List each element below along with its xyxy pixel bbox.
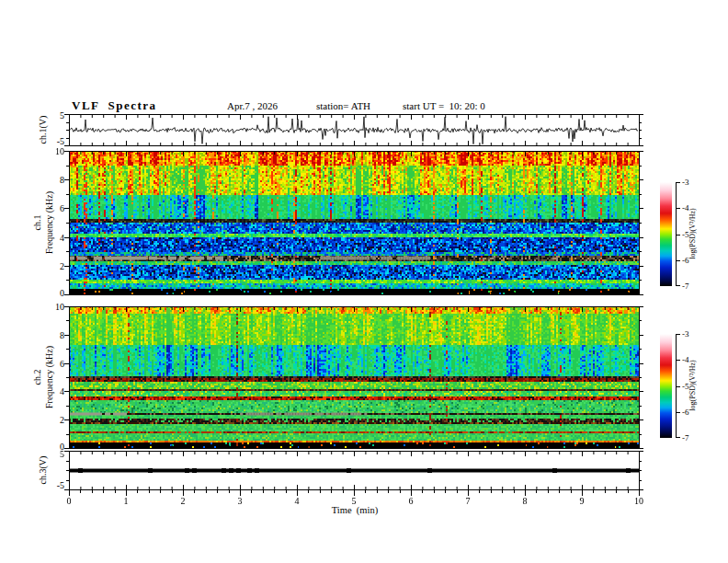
- x-tick-minor: [365, 490, 366, 493]
- voltage-tick-label: -5: [48, 480, 64, 490]
- colorbar-tick: [676, 208, 680, 209]
- y-tick: [639, 363, 643, 364]
- y-tick: [64, 335, 69, 336]
- y-tick-minor: [639, 138, 642, 139]
- ch1-waveform-canvas: [69, 114, 640, 146]
- y-tick-minor: [66, 166, 69, 167]
- x-tick-minor: [479, 490, 480, 493]
- y-tick-minor: [66, 130, 69, 131]
- y-tick: [64, 266, 69, 267]
- ch3-waveform-canvas: [69, 451, 640, 490]
- x-tick-minor: [217, 490, 218, 493]
- x-tick-minor: [502, 490, 503, 493]
- x-tick-minor: [571, 490, 572, 493]
- x-tick-label: 7: [456, 496, 480, 506]
- ch2-frequency-axis-label: Frequency (kHz): [44, 346, 54, 408]
- y-tick: [64, 363, 69, 364]
- page-title: VLF Spectra: [72, 98, 157, 113]
- y-tick: [639, 151, 643, 152]
- colorbar2-gradient: [660, 334, 672, 438]
- colorbar-tick: [676, 437, 680, 438]
- y-tick-minor: [66, 406, 69, 407]
- y-tick: [64, 448, 69, 449]
- ch1-voltage-axis-label: ch.1(V): [38, 116, 48, 144]
- colorbar-tick: [676, 360, 680, 361]
- x-tick-minor: [616, 490, 617, 493]
- y-tick-minor: [66, 122, 69, 123]
- colorbar-tick-label: -7: [682, 433, 689, 442]
- colorbar-tick-label: -7: [682, 282, 689, 291]
- x-tick-minor: [491, 490, 492, 493]
- freq-tick-label: 6: [48, 359, 64, 369]
- y-tick-minor: [639, 377, 642, 378]
- x-tick-minor: [536, 490, 537, 493]
- y-tick: [64, 237, 69, 238]
- x-tick-minor: [434, 490, 435, 493]
- y-tick-minor: [639, 434, 642, 435]
- colorbar-tick: [676, 334, 680, 335]
- x-tick-minor: [274, 490, 275, 493]
- y-tick: [639, 419, 643, 420]
- y-tick-minor: [639, 320, 642, 321]
- y-tick-minor: [66, 470, 69, 471]
- y-tick-minor: [66, 194, 69, 195]
- freq-tick-label: 2: [48, 415, 64, 425]
- y-tick: [64, 391, 69, 392]
- freq-tick-label: 8: [48, 330, 64, 340]
- colorbar1-gradient: [660, 182, 672, 286]
- colorbar-tick: [676, 235, 680, 236]
- x-tick-minor: [400, 490, 401, 493]
- x-tick-minor: [593, 490, 594, 493]
- colorbar-tick-label: -5: [682, 382, 689, 391]
- start-ut-label: start UT = 10: 20: 0: [403, 100, 485, 111]
- y-tick-minor: [639, 406, 642, 407]
- y-tick-minor: [66, 434, 69, 435]
- y-tick: [64, 306, 69, 307]
- x-tick-minor: [137, 490, 138, 493]
- y-tick-minor: [66, 320, 69, 321]
- y-tick: [639, 335, 643, 336]
- x-tick-label: 8: [513, 496, 537, 506]
- x-tick-minor: [149, 490, 150, 493]
- y-tick-minor: [66, 138, 69, 139]
- x-tick-minor: [251, 490, 252, 493]
- y-tick-minor: [66, 251, 69, 252]
- y-tick: [639, 451, 643, 452]
- colorbar-tick: [676, 285, 680, 286]
- x-tick-label: 1: [114, 496, 138, 506]
- x-tick-minor: [92, 490, 93, 493]
- y-tick-minor: [639, 480, 642, 481]
- freq-tick-label: 4: [48, 386, 64, 396]
- y-tick-minor: [639, 122, 642, 123]
- freq-tick-label: 4: [48, 233, 64, 243]
- y-tick-minor: [66, 280, 69, 281]
- x-tick-label: 10: [627, 496, 651, 506]
- y-tick-minor: [639, 470, 642, 471]
- x-tick-minor: [286, 490, 287, 493]
- x-tick-minor: [343, 490, 344, 493]
- x-tick-label: 6: [399, 496, 423, 506]
- x-tick-minor: [445, 490, 446, 493]
- x-tick-minor: [172, 490, 173, 493]
- y-tick: [64, 145, 69, 146]
- x-tick-label: 9: [570, 496, 594, 506]
- y-tick-minor: [66, 461, 69, 462]
- x-tick-label: 5: [342, 496, 366, 506]
- y-tick-minor: [639, 280, 642, 281]
- freq-tick-label: 0: [48, 288, 64, 298]
- y-tick: [639, 237, 643, 238]
- freq-tick-label: 10: [48, 146, 64, 156]
- colorbar-tick-label: -4: [682, 203, 689, 213]
- x-tick-minor: [559, 490, 560, 493]
- ch2-spectrogram-canvas: [69, 306, 640, 449]
- colorbar-tick-label: -5: [682, 230, 689, 239]
- date-label: Apr.7 , 2026: [227, 100, 278, 111]
- freq-tick-label: 6: [48, 203, 64, 213]
- y-tick: [64, 151, 69, 152]
- colorbar-tick-label: -4: [682, 355, 689, 364]
- colorbar-tick-label: -6: [682, 408, 689, 417]
- voltage-tick-label: -5: [48, 136, 64, 146]
- freq-tick-label: 2: [48, 261, 64, 271]
- ch1-frequency-axis-label: Frequency (kHz): [44, 191, 54, 254]
- vlf-spectra-page: VLF Spectra Apr.7 , 2026 station= ATH st…: [0, 0, 728, 563]
